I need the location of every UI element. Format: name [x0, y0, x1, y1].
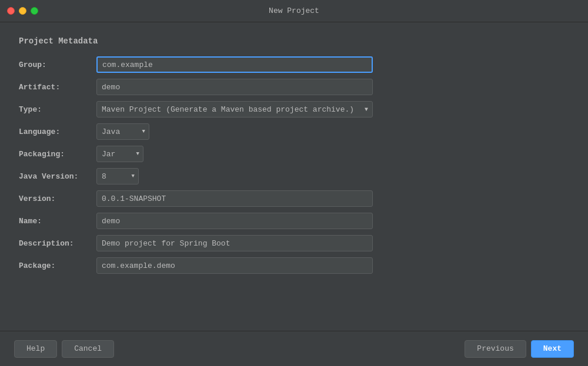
- traffic-lights: [7, 7, 38, 15]
- close-button[interactable]: [7, 7, 15, 15]
- bottom-left-buttons: Help Cancel: [14, 340, 114, 358]
- group-input[interactable]: [96, 56, 373, 73]
- java-version-select[interactable]: 8 11 17: [96, 168, 139, 184]
- type-select-wrapper: Maven Project (Generate a Maven based pr…: [96, 101, 373, 117]
- java-version-select-wrapper: 8 11 17 ▼: [96, 168, 139, 184]
- description-input[interactable]: [96, 235, 373, 251]
- java-version-field: 8 11 17 ▼: [96, 168, 569, 184]
- package-input[interactable]: [96, 257, 373, 274]
- group-label: Group:: [19, 61, 89, 69]
- packaging-select-wrapper: Jar War ▼: [96, 146, 143, 162]
- java-version-label: Java Version:: [19, 172, 89, 181]
- language-select-wrapper: Java Kotlin Groovy ▼: [96, 123, 149, 140]
- type-label: Type:: [19, 105, 89, 114]
- name-label: Name:: [19, 217, 89, 226]
- window-title: New Project: [269, 6, 319, 15]
- bottom-right-buttons: Previous Next: [465, 340, 574, 358]
- help-button[interactable]: Help: [14, 340, 57, 358]
- group-field-wrapper: [96, 56, 373, 73]
- dialog-content: Project Metadata Group: Artifact: Type: …: [0, 22, 588, 288]
- cancel-button[interactable]: Cancel: [62, 340, 114, 358]
- title-bar: New Project: [0, 0, 588, 22]
- maximize-button[interactable]: [31, 7, 38, 15]
- artifact-input[interactable]: [96, 79, 373, 95]
- language-select[interactable]: Java Kotlin Groovy: [96, 123, 149, 140]
- name-input[interactable]: [96, 213, 373, 229]
- language-label: Language:: [19, 127, 89, 136]
- version-label: Version:: [19, 194, 89, 203]
- description-label: Description:: [19, 239, 89, 248]
- section-title: Project Metadata: [19, 36, 569, 46]
- previous-button[interactable]: Previous: [465, 340, 526, 358]
- version-input[interactable]: [96, 190, 373, 207]
- form-grid: Group: Artifact: Type: Maven Project (Ge…: [19, 56, 569, 274]
- type-select[interactable]: Maven Project (Generate a Maven based pr…: [96, 101, 373, 117]
- language-field: Java Kotlin Groovy ▼: [96, 123, 569, 140]
- minimize-button[interactable]: [19, 7, 26, 15]
- package-label: Package:: [19, 261, 89, 270]
- bottom-bar: Help Cancel Previous Next: [0, 331, 588, 366]
- next-button[interactable]: Next: [531, 340, 574, 358]
- packaging-label: Packaging:: [19, 150, 89, 159]
- packaging-select[interactable]: Jar War: [96, 146, 143, 162]
- packaging-field: Jar War ▼: [96, 146, 569, 162]
- artifact-label: Artifact:: [19, 83, 89, 92]
